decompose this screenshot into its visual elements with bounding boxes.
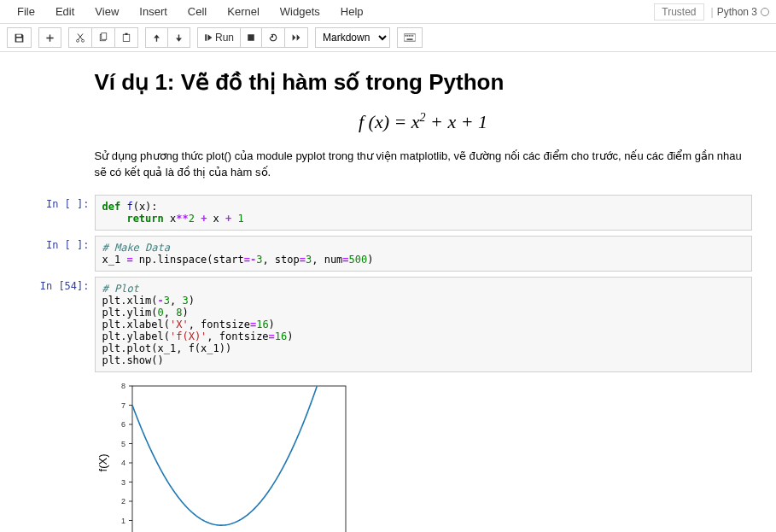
- restart-button[interactable]: [262, 27, 285, 48]
- restart-icon: [268, 32, 278, 43]
- svg-text:6: 6: [120, 420, 125, 429]
- input-prompt: In [54]:: [25, 277, 95, 372]
- svg-rect-7: [404, 34, 416, 41]
- math-formula: f (x) = x2 + x + 1: [95, 111, 752, 133]
- command-palette-button[interactable]: [397, 27, 423, 48]
- svg-rect-11: [411, 35, 411, 36]
- svg-rect-6: [248, 34, 254, 41]
- menu-view[interactable]: View: [85, 2, 129, 21]
- code-editor[interactable]: def f(x): return x**2 + x + 1: [95, 195, 752, 231]
- move-up-button[interactable]: [145, 27, 168, 48]
- menu-help[interactable]: Help: [330, 2, 374, 21]
- svg-text:2: 2: [120, 497, 125, 506]
- markdown-desc: Sử dụng phương thức plot() của module py…: [95, 149, 752, 181]
- menu-edit[interactable]: Edit: [45, 2, 85, 21]
- svg-text:8: 8: [120, 382, 125, 390]
- restart-run-button[interactable]: [285, 27, 308, 48]
- stop-button[interactable]: [241, 27, 262, 48]
- arrow-up-icon: [152, 33, 161, 43]
- markdown-title: Ví dụ 1: Vẽ đồ thị hàm số trong Python: [95, 69, 752, 96]
- kernel-circle-icon: [761, 8, 769, 16]
- code-editor[interactable]: # Make Data x_1 = np.linspace(start=-3, …: [95, 236, 752, 272]
- menu-insert[interactable]: Insert: [129, 2, 178, 21]
- svg-rect-14: [132, 386, 346, 532]
- save-icon: [14, 32, 25, 44]
- kernel-name: Python 3: [717, 6, 757, 18]
- svg-rect-4: [123, 34, 130, 41]
- stop-icon: [247, 33, 255, 42]
- fast-forward-icon: [291, 33, 301, 42]
- copy-button[interactable]: [92, 27, 115, 48]
- run-label: Run: [215, 32, 234, 43]
- code-cell[interactable]: In [ ]: # Make Data x_1 = np.linspace(st…: [25, 236, 752, 272]
- svg-rect-12: [412, 35, 413, 36]
- code-editor[interactable]: # Plot plt.xlim(-3, 3) plt.ylim(0, 8) pl…: [95, 277, 752, 372]
- menu-widgets[interactable]: Widgets: [270, 2, 330, 21]
- copy-icon: [98, 32, 108, 43]
- svg-text:5: 5: [120, 440, 125, 448]
- input-prompt: In [ ]:: [25, 195, 95, 231]
- paste-button[interactable]: [115, 27, 138, 48]
- paste-icon: [121, 32, 131, 43]
- svg-rect-5: [125, 33, 128, 35]
- move-down-button[interactable]: [168, 27, 190, 48]
- svg-text:3: 3: [120, 478, 125, 487]
- markdown-cell[interactable]: Ví dụ 1: Vẽ đồ thị hàm số trong Python f…: [25, 69, 752, 181]
- svg-rect-13: [407, 38, 413, 39]
- menu-bar: File Edit View Insert Cell Kernel Widget…: [0, 0, 776, 24]
- output-plot: −3−2−10123012345678f(X): [95, 381, 351, 532]
- trusted-indicator[interactable]: Trusted: [654, 3, 703, 20]
- run-icon: [204, 33, 213, 42]
- keyboard-icon: [404, 33, 416, 42]
- output-area: −3−2−10123012345678f(X): [25, 377, 752, 532]
- svg-text:1: 1: [120, 517, 125, 525]
- code-cell[interactable]: In [54]: # Plot plt.xlim(-3, 3) plt.ylim…: [25, 277, 752, 372]
- cut-icon: [75, 32, 85, 43]
- notebook-container: Ví dụ 1: Vẽ đồ thị hàm số trong Python f…: [13, 69, 764, 532]
- svg-rect-3: [102, 33, 107, 40]
- kernel-indicator: | Python 3: [711, 6, 770, 18]
- arrow-down-icon: [174, 33, 184, 43]
- run-button[interactable]: Run: [197, 27, 241, 48]
- svg-rect-9: [407, 35, 408, 36]
- plus-icon: [45, 33, 55, 43]
- menu-file[interactable]: File: [7, 2, 45, 21]
- svg-text:f(X): f(X): [96, 454, 109, 472]
- svg-rect-10: [409, 35, 410, 36]
- code-cell[interactable]: In [ ]: def f(x): return x**2 + x + 1: [25, 195, 752, 231]
- toolbar: Run Markdown: [0, 24, 776, 52]
- add-cell-button[interactable]: [38, 27, 61, 48]
- save-button[interactable]: [7, 27, 32, 48]
- svg-rect-8: [405, 35, 406, 36]
- cell-type-select[interactable]: Markdown: [315, 27, 390, 48]
- menu-kernel[interactable]: Kernel: [217, 2, 270, 21]
- cut-button[interactable]: [68, 27, 92, 48]
- menu-cell[interactable]: Cell: [178, 2, 217, 21]
- svg-text:4: 4: [120, 459, 125, 467]
- svg-text:7: 7: [120, 401, 125, 410]
- input-prompt: In [ ]:: [25, 236, 95, 272]
